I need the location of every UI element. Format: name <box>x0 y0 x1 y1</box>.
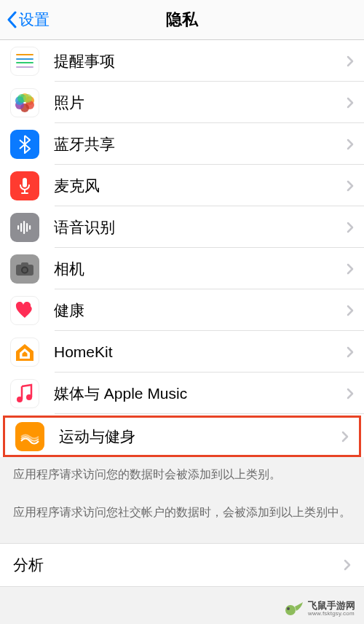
row-label: 健康 <box>54 300 347 321</box>
svg-point-18 <box>17 397 23 402</box>
row-label: 照片 <box>54 93 347 113</box>
row-analysis[interactable]: 分析 <box>0 544 364 586</box>
speech-icon <box>10 213 39 242</box>
row-label: 麦克风 <box>54 176 347 196</box>
row-microphone[interactable]: 麦克风 <box>0 165 364 206</box>
microphone-icon <box>10 171 39 200</box>
svg-rect-11 <box>23 221 25 234</box>
chevron-right-icon <box>347 263 364 275</box>
svg-rect-12 <box>26 223 28 232</box>
row-label: 分析 <box>13 555 344 575</box>
page-title: 隐私 <box>166 9 198 31</box>
row-motion-fitness[interactable]: 运动与健身 <box>3 416 361 457</box>
row-reminders[interactable]: 提醒事项 <box>0 40 364 82</box>
music-icon <box>10 379 39 408</box>
photos-icon <box>10 88 39 117</box>
row-photos[interactable]: 照片 <box>0 82 364 123</box>
homekit-icon <box>10 338 39 367</box>
row-health[interactable]: 健康 <box>0 289 364 331</box>
svg-rect-9 <box>17 225 19 230</box>
chevron-back-icon <box>6 11 17 28</box>
back-button[interactable]: 设置 <box>0 9 50 30</box>
row-bluetooth[interactable]: 蓝牙共享 <box>0 123 364 165</box>
camera-icon <box>10 254 39 284</box>
health-icon <box>10 296 39 325</box>
svg-point-19 <box>26 394 32 400</box>
chevron-right-icon <box>347 346 364 358</box>
chevron-right-icon <box>347 222 364 233</box>
chevron-right-icon <box>341 431 359 442</box>
row-label: HomeKit <box>54 343 347 361</box>
svg-point-7 <box>23 94 32 103</box>
row-label: 媒体与 Apple Music <box>54 383 347 404</box>
watermark-cn: 飞鼠手游网 <box>308 601 355 611</box>
row-media[interactable]: 媒体与 Apple Music <box>0 373 364 414</box>
bluetooth-icon <box>10 130 39 159</box>
row-label: 蓝牙共享 <box>54 134 347 155</box>
row-speech[interactable]: 语音识别 <box>0 206 364 248</box>
chevron-right-icon <box>347 139 364 150</box>
chevron-right-icon <box>347 97 364 109</box>
svg-point-17 <box>23 268 27 272</box>
footer-note-2: 应用程序请求访问您社交帐户的数据时，会被添加到以上类别中。 <box>0 489 364 543</box>
chevron-right-icon <box>347 180 364 192</box>
row-label: 语音识别 <box>54 217 347 238</box>
privacy-list: 提醒事项 照片 蓝牙共享 麦克风 语音识别 <box>0 40 364 457</box>
analysis-section: 分析 <box>0 543 364 587</box>
svg-rect-13 <box>29 225 31 230</box>
row-label: 运动与健身 <box>59 426 341 447</box>
row-homekit[interactable]: HomeKit <box>0 331 364 373</box>
watermark-en: www.fsktgsy.com <box>308 611 355 617</box>
watermark: 飞鼠手游网 www.fsktgsy.com <box>285 601 355 617</box>
svg-point-21 <box>287 607 290 610</box>
row-camera[interactable]: 相机 <box>0 248 364 289</box>
back-label: 设置 <box>19 9 50 30</box>
chevron-right-icon <box>347 55 364 67</box>
svg-rect-15 <box>21 262 28 266</box>
nav-header: 设置 隐私 <box>0 0 364 40</box>
svg-rect-8 <box>23 178 27 187</box>
row-label: 提醒事项 <box>54 51 347 71</box>
chevron-right-icon <box>344 559 351 571</box>
footer-note-1: 应用程序请求访问您的数据时会被添加到以上类别。 <box>0 460 364 489</box>
svg-point-20 <box>285 605 296 615</box>
svg-rect-10 <box>20 223 22 232</box>
reminders-icon <box>10 47 39 76</box>
row-label: 相机 <box>54 259 347 279</box>
watermark-logo-icon <box>285 601 304 617</box>
chevron-right-icon <box>347 305 364 316</box>
chevron-right-icon <box>347 388 364 399</box>
motion-icon <box>15 422 44 451</box>
